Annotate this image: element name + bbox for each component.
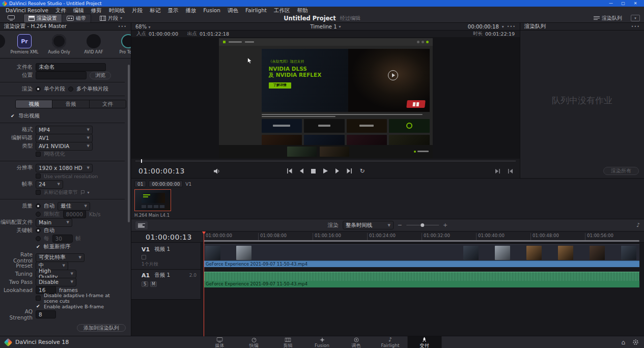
chapters-checkbox[interactable] xyxy=(36,190,41,195)
menu-trim[interactable]: 修剪 xyxy=(88,7,105,14)
step-back-button[interactable] xyxy=(299,168,303,173)
page-fusion[interactable]: Fusion xyxy=(305,336,339,348)
resolution-select[interactable]: 1920 x 1080 HD▼ xyxy=(36,164,93,172)
page-edit[interactable]: 剪辑 xyxy=(271,336,305,348)
preset-audio-only[interactable]: Audio Only xyxy=(46,34,72,54)
frame-reordering-checkbox[interactable] xyxy=(36,244,41,249)
browse-button[interactable]: 浏览 xyxy=(90,72,111,79)
menu-edit[interactable]: 编辑 xyxy=(70,7,88,14)
preset-partial[interactable] xyxy=(0,34,11,48)
menu-file[interactable]: 文件 xyxy=(52,7,70,14)
filename-input[interactable] xyxy=(36,63,106,71)
go-to-first-frame-button[interactable] xyxy=(286,168,292,173)
maximize-button[interactable]: ▢ xyxy=(617,0,629,7)
quality-auto-radio[interactable] xyxy=(36,204,41,209)
encoder-type-select[interactable]: AV1 NVIDIA▼ xyxy=(36,142,93,151)
clip-thumbnail-selected[interactable] xyxy=(134,189,171,211)
codec-select[interactable]: AV1▼ xyxy=(36,134,93,142)
remote-render-button[interactable] xyxy=(4,14,18,22)
quality-restrict-radio[interactable] xyxy=(36,212,41,217)
audio-track-header[interactable]: A1 音频 1 2.0 S M xyxy=(131,270,201,299)
keyframes-frames-input[interactable]: 30 xyxy=(52,235,73,243)
zoom-out-icon[interactable]: − xyxy=(398,222,402,228)
menu-help[interactable]: 帮助 xyxy=(293,7,311,14)
page-media[interactable]: 媒体 xyxy=(203,336,237,348)
more-options-icon[interactable]: ••• xyxy=(118,24,127,29)
go-to-last-frame-button[interactable] xyxy=(346,168,352,173)
zoom-in-icon[interactable]: + xyxy=(443,222,447,228)
timeline-zoom-slider[interactable]: − + xyxy=(398,222,447,228)
export-video-checkbox[interactable] xyxy=(10,113,15,119)
menu-mark[interactable]: 标记 xyxy=(146,7,164,14)
rate-control-select[interactable]: 可变比特率▼ xyxy=(36,253,85,262)
panel-visibility-toggle[interactable]: ▾ xyxy=(631,15,640,21)
tab-audio[interactable]: 音频 xyxy=(52,100,89,108)
menu-timeline[interactable]: 时间线 xyxy=(105,7,129,14)
quality-level-select[interactable]: 最佳▼ xyxy=(58,202,90,211)
timeline-horizontal-scrollbar[interactable] xyxy=(204,240,639,242)
encoding-profile-select[interactable]: Main▼ xyxy=(36,218,72,227)
zoom-slider-knob[interactable] xyxy=(421,223,424,227)
two-pass-select[interactable]: Disable▼ xyxy=(36,278,76,286)
clips-toggle[interactable]: 片段 ▾ xyxy=(96,14,126,22)
timeline-ruler[interactable]: 01:00:00:13 01:00:00:00 01:00:08:00 01:0… xyxy=(131,231,644,243)
single-clip-radio[interactable] xyxy=(36,86,41,92)
menu-workspace[interactable]: 工作区 xyxy=(270,7,294,14)
timeline-view-button[interactable] xyxy=(135,221,148,229)
zoom-select[interactable]: 68% ▾ xyxy=(135,24,150,30)
project-manager-home-icon[interactable]: ⌂ xyxy=(621,339,625,346)
enable-adaptive-bframe-checkbox[interactable] xyxy=(36,304,41,309)
network-optimization-checkbox[interactable] xyxy=(36,152,41,157)
keyframes-every-radio[interactable] xyxy=(36,236,41,241)
keyframes-auto-radio[interactable] xyxy=(36,228,41,233)
bitrate-input[interactable]: 80000 xyxy=(63,210,86,218)
timeline-name-select[interactable]: Timeline 1 ▾ xyxy=(310,24,341,30)
render-range-select[interactable]: 整条时间线▼ xyxy=(343,221,394,229)
solo-button[interactable]: S xyxy=(142,281,148,287)
menu-playback[interactable]: 播放 xyxy=(182,7,200,14)
chevron-down-icon[interactable]: ▾ xyxy=(502,24,504,29)
track-thumbnail-toggle[interactable] xyxy=(142,255,146,259)
preset-pro-tools[interactable]: Pro Tools xyxy=(115,34,131,54)
playhead[interactable] xyxy=(204,231,204,336)
scrub-playhead[interactable] xyxy=(141,159,142,163)
vertical-resolution-checkbox[interactable] xyxy=(36,173,41,179)
page-fairlight[interactable]: ♪ Fairlight xyxy=(373,336,407,348)
audio-clip[interactable]: GeForce Experience 2021-09-07 11-50-43.m… xyxy=(204,272,639,287)
viewer-more-icon[interactable]: ••• xyxy=(507,24,516,29)
page-deliver[interactable]: 交付 xyxy=(407,336,441,348)
audio-waveform-toggle[interactable]: ♪ xyxy=(636,222,640,228)
menu-color[interactable]: 调色 xyxy=(224,7,242,14)
preset-avid-aaf[interactable]: AVID AAF xyxy=(80,34,107,54)
add-to-render-queue-button[interactable]: 添加到渲染队列 xyxy=(77,324,126,332)
settings-gear-icon[interactable] xyxy=(632,339,639,345)
render-queue-toggle[interactable]: 渲染队列 xyxy=(590,14,626,22)
aq-strength-input[interactable]: 8 xyxy=(36,310,56,318)
location-input[interactable] xyxy=(36,71,87,79)
tab-file[interactable]: 文件 xyxy=(90,100,126,108)
menu-view[interactable]: 显示 xyxy=(164,7,182,14)
menu-fairlight[interactable]: Fairlight xyxy=(242,7,270,14)
render-all-button[interactable]: 渲染所有 xyxy=(603,167,639,175)
minimize-button[interactable]: — xyxy=(605,0,617,7)
tuning-select[interactable]: High Quality▼ xyxy=(36,270,76,278)
preset-premiere-xml[interactable]: Pr Premiere XML xyxy=(11,34,38,54)
framerate-select[interactable]: 24▼ xyxy=(36,180,63,189)
settings-scrollbar[interactable] xyxy=(128,65,130,222)
stop-button[interactable] xyxy=(311,169,315,173)
step-forward-button[interactable] xyxy=(335,168,339,173)
audio-mute-button[interactable] xyxy=(213,168,220,174)
disable-adaptive-iframe-checkbox[interactable] xyxy=(36,296,41,301)
tape-toggle[interactable]: 磁带 xyxy=(62,14,91,22)
page-cut[interactable]: 快编 xyxy=(237,336,271,348)
mute-button[interactable]: M xyxy=(150,281,157,287)
format-select[interactable]: MP4▼ xyxy=(36,126,93,134)
menu-davinci-resolve[interactable]: DaVinci Resolve xyxy=(2,7,52,14)
next-marker-button[interactable] xyxy=(495,169,500,173)
individual-clips-radio[interactable] xyxy=(68,86,73,92)
zoom-slider-track[interactable] xyxy=(406,225,439,225)
video-track-header[interactable]: V1 视频 1 1个片段 xyxy=(131,244,201,270)
play-button[interactable] xyxy=(323,168,327,173)
page-color[interactable]: 调色 xyxy=(339,336,373,348)
viewer-scrub-bar[interactable] xyxy=(131,159,520,164)
